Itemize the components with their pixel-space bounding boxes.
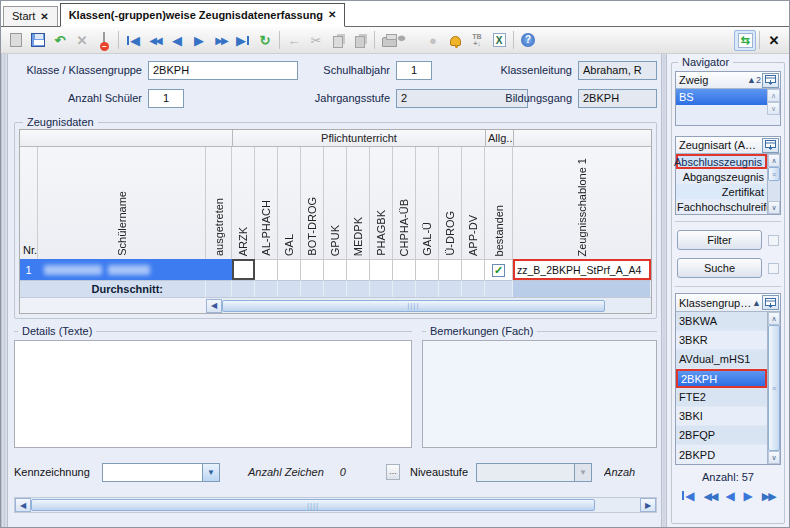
list-item-3bkr[interactable]: 3BKR xyxy=(676,331,767,350)
grade-cell-medpk[interactable] xyxy=(347,259,370,280)
first-icon[interactable]: ◀ xyxy=(681,489,694,503)
next-icon[interactable]: ▶ xyxy=(188,30,210,51)
list-item-2bfqp[interactable]: 2BFQP xyxy=(676,426,767,445)
grade-cell-gal[interactable] xyxy=(278,259,301,280)
list-item-3bkwa[interactable]: 3BKWA xyxy=(676,312,767,331)
left-splitter[interactable] xyxy=(1,54,8,528)
column-header-al-phach[interactable]: AL-PHACH xyxy=(255,147,278,259)
grade-cell-ue-drog[interactable] xyxy=(439,259,462,280)
list-item-3bki[interactable]: 3BKI xyxy=(676,407,767,426)
column-header-ue-drog[interactable]: Ü-DROG xyxy=(439,147,462,259)
grade-cell-phagbk[interactable] xyxy=(370,259,393,280)
save-icon[interactable] xyxy=(27,30,49,51)
grid-view-icon[interactable] xyxy=(762,295,779,310)
scroll-up-icon[interactable]: ∧ xyxy=(768,154,780,167)
scroll-down-icon[interactable]: ∨ xyxy=(768,451,780,464)
suche-button[interactable]: Suche xyxy=(677,258,762,278)
next-icon[interactable]: ▶ xyxy=(744,489,753,503)
zweig-header[interactable]: Zweig ▲2 xyxy=(676,72,780,89)
cut-icon[interactable]: ✂ xyxy=(305,30,327,51)
chevron-up-icon[interactable]: ∧ xyxy=(767,89,780,102)
first-icon[interactable]: ◀ xyxy=(122,30,144,51)
grid-view-icon[interactable] xyxy=(762,138,779,153)
bestanden-checkbox[interactable]: ✓ xyxy=(492,264,505,277)
scrollbar-thumb[interactable]: |||| xyxy=(31,499,595,511)
column-header-medpk[interactable]: MEDPK xyxy=(347,147,370,259)
anzahl-schueler-field[interactable]: 1 xyxy=(148,89,184,108)
excel-export-icon[interactable]: X xyxy=(488,30,510,51)
scrollbar-thumb[interactable]: ≡ xyxy=(768,167,780,181)
column-header-ausgetreten[interactable]: ausgetreten xyxy=(206,147,232,259)
back-arrow-icon[interactable]: ← xyxy=(283,30,305,51)
last-icon[interactable]: ▶ xyxy=(232,30,254,51)
column-header-gpuk[interactable]: GPUK xyxy=(324,147,347,259)
scroll-up-icon[interactable]: ∧ xyxy=(768,312,780,325)
grade-cell-app-dv[interactable] xyxy=(462,259,485,280)
scroll-right-icon[interactable]: ▶ xyxy=(640,498,656,512)
record-icon[interactable]: ● xyxy=(396,30,426,51)
grade-cell-al-phach[interactable] xyxy=(255,259,278,280)
details-textarea[interactable] xyxy=(14,340,412,448)
column-header-arzk[interactable]: ARZK xyxy=(232,147,255,259)
chevron-down-icon[interactable]: ∨ xyxy=(767,102,780,115)
scroll-left-icon[interactable]: ◀ xyxy=(206,299,222,313)
grade-cell-bot-drog[interactable] xyxy=(301,259,324,280)
list-item-abschlusszeugnis[interactable]: Abschlusszeugnis xyxy=(676,154,767,169)
fast-prev-icon[interactable]: ◀◀ xyxy=(703,490,716,503)
list-item-zertifikat[interactable]: Zertifikat xyxy=(676,184,767,199)
list-item-2bkph[interactable]: 2BKPH xyxy=(676,369,767,388)
column-header-zeugnisschablone[interactable]: Zeugnisschablone 1 xyxy=(513,147,651,259)
column-header-gal-ue[interactable]: GAL-Ü xyxy=(416,147,439,259)
zeugnisschablone-cell[interactable]: zz_B_2BKPH_StPrf_A_A4 xyxy=(513,259,651,280)
column-header-nr[interactable]: Nr. xyxy=(20,147,38,259)
klassengruppe-header[interactable]: Klassengruppe ▲ xyxy=(676,294,780,312)
column-header-chpha-ueb[interactable]: CHPHA-ÜB xyxy=(393,147,416,259)
tab-start[interactable]: Start ✕ xyxy=(3,6,58,26)
scrollbar-thumb[interactable]: |||| xyxy=(222,300,605,312)
column-header-schuelername[interactable]: Schülername xyxy=(38,147,206,259)
tab-start-close-icon[interactable]: ✕ xyxy=(40,11,48,22)
column-header-gal[interactable]: GAL xyxy=(278,147,301,259)
grade-cell-arzk[interactable] xyxy=(232,259,255,280)
grade-cell-gpuk[interactable] xyxy=(324,259,347,280)
help-icon[interactable]: ? xyxy=(517,30,539,51)
grid-view-icon[interactable] xyxy=(762,73,779,88)
tab-zeugnisdatenerfassung[interactable]: Klassen(-gruppen)weise Zeugnisdatenerfas… xyxy=(60,3,346,27)
list-item-avdual-mhs1[interactable]: AVdual_mHS1 xyxy=(676,350,767,369)
zeugnisart-scrollbar[interactable]: ∧ ≡ ∨ xyxy=(767,154,780,214)
zeugnisart-header[interactable]: Zeugnisart (Anzei... xyxy=(676,137,780,154)
tab-main-close-icon[interactable]: ✕ xyxy=(328,9,336,20)
new-record-icon[interactable] xyxy=(5,30,27,51)
student-name-cell[interactable] xyxy=(38,259,206,280)
paste-icon[interactable] xyxy=(349,30,371,51)
tb-icon[interactable]: TB+↓ xyxy=(466,30,488,51)
suche-checkbox[interactable] xyxy=(768,263,779,274)
column-header-phagbk[interactable]: PHAGBK xyxy=(370,147,393,259)
remove-record-icon[interactable]: − xyxy=(93,30,115,51)
delete-icon[interactable]: ✕ xyxy=(71,30,93,51)
bell-icon[interactable] xyxy=(444,30,466,51)
table-h-scrollbar[interactable]: ◀ |||| xyxy=(206,297,651,313)
row-nr-cell[interactable]: 1 xyxy=(20,259,38,280)
refresh-icon[interactable]: ↻ xyxy=(254,30,276,51)
ellipsis-button[interactable]: ... xyxy=(386,464,400,480)
list-item-fte2[interactable]: FTE2 xyxy=(676,388,767,407)
grade-cell-chpha-ueb[interactable] xyxy=(393,259,416,280)
column-header-app-dv[interactable]: APP-DV xyxy=(462,147,485,259)
dropdown-arrow-icon[interactable]: ▼ xyxy=(202,464,219,481)
prev-icon[interactable]: ◀ xyxy=(725,489,734,503)
column-header-bot-drog[interactable]: BOT-DROG xyxy=(301,147,324,259)
scroll-down-icon[interactable]: ∨ xyxy=(768,201,780,214)
kennzeichnung-dropdown[interactable]: ▼ xyxy=(102,463,220,482)
fast-next-icon[interactable]: ▶▶ xyxy=(762,490,775,503)
undo-icon[interactable]: ↶ xyxy=(49,30,71,51)
column-header-bestanden[interactable]: bestanden xyxy=(485,147,513,259)
grade-cell-gal-ue[interactable] xyxy=(416,259,439,280)
schulhalbjahr-field[interactable]: 1 xyxy=(396,61,432,80)
main-h-scrollbar[interactable]: ◀ |||| ▶ xyxy=(14,497,657,513)
scroll-left-icon[interactable]: ◀ xyxy=(15,498,31,512)
list-item-fachhochschulreife[interactable]: Fachhochschulreife xyxy=(676,199,767,214)
filter-checkbox[interactable] xyxy=(768,235,779,246)
fast-next-icon[interactable]: ▶▶ xyxy=(210,30,232,51)
ausgetreten-cell[interactable] xyxy=(206,259,232,280)
